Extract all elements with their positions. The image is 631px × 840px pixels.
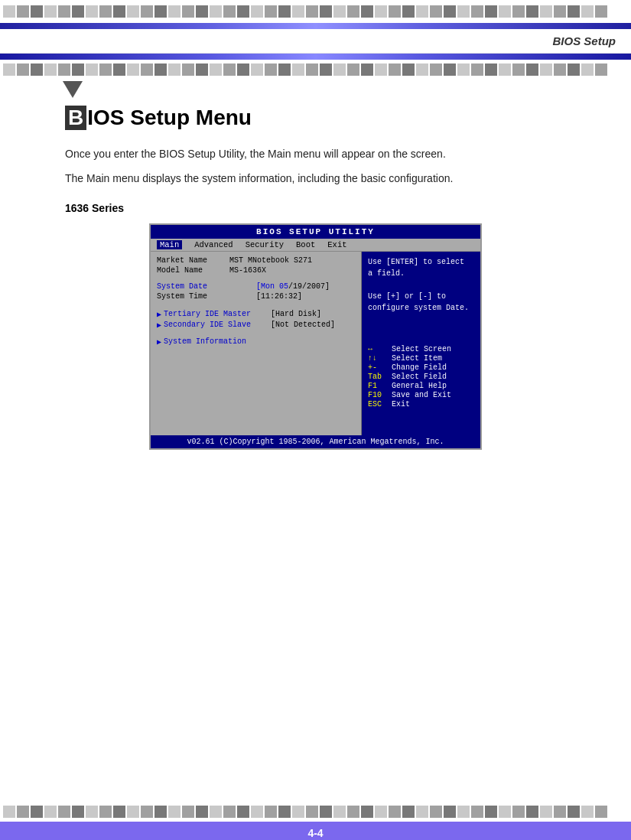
arrow-container (0, 80, 631, 98)
bios-system-date-row: System Date [Mon 05/19/2007] (157, 282, 355, 291)
change-field-label: Change Field (392, 363, 447, 372)
bios-market-name-row: Market Name MST MNotebook S271 (157, 256, 355, 265)
bios-key-row-f1: F1 General Help (368, 382, 474, 390)
bios-menu-exit[interactable]: Exit (327, 240, 346, 249)
bios-body: Market Name MST MNotebook S271 Model Nam… (151, 252, 480, 435)
bios-menu-advanced[interactable]: Advanced (194, 240, 233, 249)
bottom-squares-row (0, 802, 631, 822)
bios-key-row-esc: ESC Exit (368, 400, 474, 409)
bios-menu-boot[interactable]: Boot (296, 240, 315, 249)
main-content: B IOS Setup Menu Once you enter the BIOS… (0, 98, 631, 465)
page-number: 4-4 (307, 827, 323, 839)
bios-right-panel: Use [ENTER] to select a field. Use [+] o… (362, 252, 480, 435)
header-title: BIOS Setup (552, 34, 616, 47)
heading-rest: IOS Setup Menu (87, 106, 252, 130)
bios-key-row-f10: F10 Save and Exit (368, 391, 474, 399)
bios-model-name-row: Model Name MS-1636X (157, 266, 355, 275)
exit-label: Exit (392, 400, 410, 409)
bios-menu-security[interactable]: Security (246, 240, 284, 249)
second-stripe (0, 54, 631, 60)
bios-key-row-plusminus: +- Change Field (368, 363, 474, 372)
bios-footer: v02.61 (C)Copyright 1985-2006, American … (151, 435, 480, 448)
down-arrow-icon (63, 81, 83, 98)
intro-paragraph-2: The Main menu displays the system inform… (65, 170, 566, 188)
intro-paragraph-1: Once you enter the BIOS Setup Utility, t… (65, 145, 566, 164)
top-squares-row (0, 0, 631, 23)
bios-key-row-arrows: ↔ Select Screen (368, 345, 474, 353)
bios-menu-bar: Main Advanced Security Boot Exit (151, 239, 480, 252)
second-squares-row (0, 60, 631, 80)
select-field-label: Select Field (392, 373, 447, 381)
bios-ide-slave-row: ▶ Secondary IDE Slave [Not Detected] (157, 321, 355, 330)
bios-left-panel: Market Name MST MNotebook S271 Model Nam… (151, 252, 361, 435)
general-help-label: General Help (392, 382, 447, 390)
bios-help-text: Use [ENTER] to select a field. Use [+] o… (368, 256, 474, 314)
bios-menu-main[interactable]: Main (157, 240, 182, 249)
select-item-label: Select Item (392, 354, 442, 363)
bios-keys: ↔ Select Screen ↑↓ Select Item +- Change… (368, 345, 474, 409)
bios-key-row-updown: ↑↓ Select Item (368, 354, 474, 363)
select-screen-label: Select Screen (392, 345, 451, 353)
page-heading: B IOS Setup Menu (65, 106, 566, 130)
bios-title-bar: BIOS SETUP UTILITY (151, 225, 480, 239)
bios-key-row-tab: Tab Select Field (368, 373, 474, 381)
heading-letter-box: B (65, 106, 86, 130)
bios-sys-info-row: ▶ System Information (157, 337, 355, 347)
top-decoration: BIOS Setup (0, 0, 631, 80)
header-bar: BIOS Setup (0, 29, 631, 54)
top-stripe (0, 23, 631, 29)
bios-system-time-row: System Time [11:26:32] (157, 292, 355, 301)
bios-ide-master-row: ▶ Tertiary IDE Master [Hard Disk] (157, 310, 355, 319)
series-label: 1636 Series (65, 202, 566, 214)
page-number-bar: 4-4 (0, 822, 631, 840)
bios-screenshot: BIOS SETUP UTILITY Main Advanced Securit… (149, 223, 482, 450)
save-exit-label: Save and Exit (392, 391, 451, 399)
